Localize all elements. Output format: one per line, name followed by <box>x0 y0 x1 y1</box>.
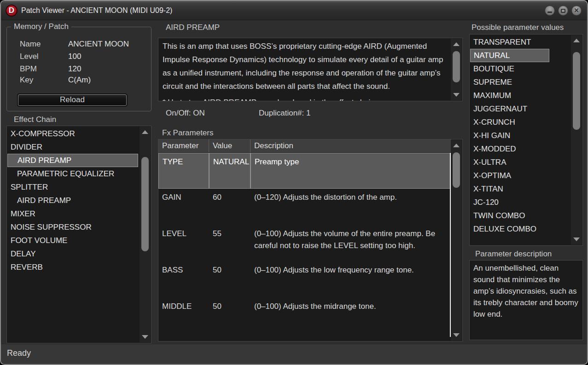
effect-chain-scrollbar[interactable] <box>140 127 151 342</box>
scrollbar-thumb[interactable] <box>453 51 460 82</box>
scroll-up-icon[interactable] <box>453 42 460 46</box>
cell-description[interactable]: (0–100) Adjusts the low frequency range … <box>250 261 450 298</box>
effect-chain-item[interactable]: X-COMPRESSOR <box>7 127 138 140</box>
patch-bpm-row: BPM 120 <box>20 64 149 77</box>
fx-parameters-table: Parameter Value Description TYPE NATURAL… <box>158 139 463 342</box>
patch-key-row: Key C(Am) <box>20 75 149 88</box>
window-controls: ✕ <box>545 6 582 16</box>
value-item[interactable]: X-MODDED <box>470 142 570 156</box>
value-item[interactable]: TWIN COMBO <box>470 209 570 222</box>
scroll-up-icon[interactable] <box>142 130 148 134</box>
cell-description[interactable]: (0–120) Adjusts the distortion of the am… <box>250 189 450 225</box>
effect-chain-item[interactable]: REVERB <box>7 261 138 274</box>
maximize-button[interactable] <box>558 6 568 16</box>
maximize-icon <box>561 9 565 13</box>
scrollbar-thumb[interactable] <box>573 52 580 130</box>
patch-key-label: Key <box>20 75 33 85</box>
fx-description-note: * Up to two AIRD PREAMPs can be placed i… <box>163 96 448 101</box>
patch-bpm-value: 120 <box>68 64 81 74</box>
cell-parameter[interactable]: GAIN <box>158 189 209 225</box>
cell-parameter[interactable]: BASS <box>158 261 209 298</box>
column-header-parameter[interactable]: Parameter <box>158 139 209 152</box>
effect-chain-title: Effect Chain <box>14 115 56 124</box>
fx-name-title: AIRD PREAMP <box>166 23 220 32</box>
patch-name-row: Name ANCIENT MOON <box>20 40 149 52</box>
cell-parameter[interactable]: MIDDLE <box>158 298 209 338</box>
scroll-up-icon[interactable] <box>573 39 580 42</box>
cell-value[interactable]: NATURAL <box>209 153 250 189</box>
table-row-level[interactable]: LEVEL 55 (0–100) Adjusts the volume of t… <box>158 225 450 261</box>
effect-chain-item-selected[interactable]: AIRD PREAMP <box>7 154 138 167</box>
table-row-type[interactable]: TYPE NATURAL Preamp type <box>158 153 450 189</box>
cell-value[interactable]: 60 <box>209 189 250 225</box>
effect-chain-item[interactable]: DELAY <box>7 247 138 261</box>
cell-value[interactable]: 55 <box>209 225 250 261</box>
duplication-status: Duplication#: 1 <box>259 109 310 118</box>
value-item[interactable]: SUPREME <box>470 75 570 89</box>
table-row-bass[interactable]: BASS 50 (0–100) Adjusts the low frequenc… <box>158 261 450 298</box>
cell-parameter[interactable]: TYPE <box>158 153 209 189</box>
scrollbar-thumb[interactable] <box>141 157 149 251</box>
effect-chain-item[interactable]: PARAMETRIC EQUALIZER <box>7 167 138 180</box>
title-bar: D Patch Viewer - ANCIENT MOON (MIDI U09-… <box>1 1 587 20</box>
status-bar: Ready <box>1 344 587 364</box>
cell-description[interactable]: (0–100) Adjusts the volume of the entire… <box>250 225 450 261</box>
patch-name-label: Name <box>20 40 41 49</box>
reload-button[interactable]: Reload <box>18 94 127 106</box>
scroll-down-icon[interactable] <box>573 238 580 241</box>
value-item[interactable]: JUGGERNAUT <box>470 102 570 116</box>
possible-values-scrollbar[interactable] <box>571 35 582 245</box>
memory-patch-group: Memory / Patch Name ANCIENT MOON Level 1… <box>6 27 151 111</box>
scroll-down-icon[interactable] <box>142 335 148 339</box>
scroll-down-icon[interactable] <box>453 333 460 337</box>
value-item[interactable]: X-CRUNCH <box>470 116 570 129</box>
column-header-description[interactable]: Description <box>250 139 451 152</box>
effect-chain-item[interactable]: DIVIDER <box>7 140 138 154</box>
patch-name-value: ANCIENT MOON <box>68 40 129 49</box>
effect-chain-item[interactable]: FOOT VOLUME <box>7 234 138 247</box>
cell-value[interactable]: 50 <box>209 298 250 338</box>
value-item[interactable]: X-ULTRA <box>470 156 570 169</box>
cell-parameter[interactable]: LEVEL <box>158 225 209 261</box>
patch-level-row: Level 100 <box>20 52 149 64</box>
value-item[interactable]: DELUXE COMBO <box>470 222 570 236</box>
patch-key-value: C(Am) <box>68 75 91 85</box>
value-item[interactable]: MAXIMUM <box>470 89 570 102</box>
table-row-middle[interactable]: MIDDLE 50 (0–100) Adjusts the midrange t… <box>158 298 450 338</box>
value-item[interactable]: TRANSPARENT <box>470 35 570 49</box>
scroll-down-icon[interactable] <box>453 93 460 97</box>
value-item-selected[interactable]: NATURAL <box>470 49 549 62</box>
fx-description-box[interactable]: This is an amp that uses BOSS’s propriet… <box>158 38 463 101</box>
value-item[interactable]: X-TITAN <box>470 182 570 196</box>
effect-chain-item[interactable]: AIRD PREAMP <box>7 194 138 207</box>
close-button[interactable]: ✕ <box>571 6 582 16</box>
onoff-status: On/Off: ON <box>166 109 205 118</box>
scroll-up-icon[interactable] <box>453 144 460 147</box>
fx-table-scrollbar[interactable] <box>451 140 462 341</box>
effect-chain-item[interactable]: SPLITTER <box>7 180 138 194</box>
minimize-button[interactable] <box>545 6 555 16</box>
table-row-gain[interactable]: GAIN 60 (0–120) Adjusts the distortion o… <box>158 189 450 225</box>
effect-chain-list: X-COMPRESSOR DIVIDER AIRD PREAMP PARAMET… <box>6 126 151 343</box>
effect-chain-item[interactable]: MIXER <box>7 207 138 220</box>
cell-description[interactable]: Preamp type <box>250 153 450 189</box>
cell-value[interactable]: 50 <box>209 261 250 298</box>
minimize-icon <box>547 12 552 13</box>
fx-description-scrollbar[interactable] <box>451 39 462 100</box>
value-item[interactable]: JC-120 <box>470 196 570 209</box>
possible-values-title: Possible parameter values <box>472 23 564 32</box>
patch-bpm-label: BPM <box>20 64 37 74</box>
fx-parameters-title: Fx Parameters <box>162 128 213 138</box>
parameter-description-text: An unembellished, clean sound that minim… <box>473 262 579 320</box>
value-item[interactable]: X-HI GAIN <box>470 129 570 142</box>
patch-viewer-window: D Patch Viewer - ANCIENT MOON (MIDI U09-… <box>0 0 588 365</box>
value-item[interactable]: X-OPTIMA <box>470 169 570 182</box>
value-item[interactable]: BOUTIQUE <box>470 62 570 75</box>
column-header-value[interactable]: Value <box>209 139 250 152</box>
possible-values-list: TRANSPARENT NATURAL BOUTIQUE SUPREME MAX… <box>469 34 583 246</box>
app-logo-icon: D <box>6 5 17 17</box>
scrollbar-thumb[interactable] <box>453 152 460 188</box>
effect-chain-item[interactable]: NOISE SUPPRESSOR <box>7 220 138 234</box>
parameter-description-box[interactable]: An unembellished, clean sound that minim… <box>469 260 583 340</box>
cell-description[interactable]: (0–100) Adjusts the midrange tone. <box>250 298 450 338</box>
